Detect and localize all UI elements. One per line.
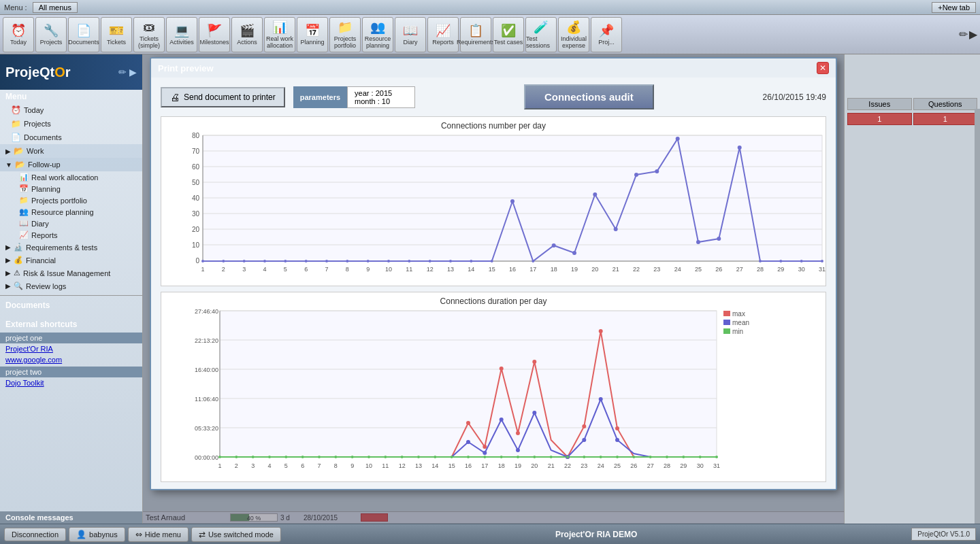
- toolbar-reports[interactable]: 📈 Reports: [427, 17, 459, 52]
- toolbar-milestones[interactable]: 🚩 Milestones: [199, 17, 230, 52]
- sidebar-item-reports[interactable]: 📈 Reports: [0, 229, 142, 241]
- toolbar-testcases[interactable]: ✅ Test cases: [493, 17, 524, 52]
- sidebar-item-real-work[interactable]: 📊 Real work allocation: [0, 171, 142, 183]
- toolbar-today[interactable]: ⏰ Today: [3, 17, 34, 52]
- svg-point-26: [634, 173, 638, 177]
- svg-text:14: 14: [431, 462, 438, 469]
- toolbar-diary[interactable]: 📖 Diary: [395, 17, 426, 52]
- switched-mode-button[interactable]: ⇄ Use switched mode: [191, 527, 281, 542]
- sidebar-documents-label: Documents: [0, 299, 142, 312]
- toolbar-resource[interactable]: 👥 Resource planning: [362, 17, 393, 52]
- toolbar-actions[interactable]: 🎬 Actions: [231, 17, 263, 52]
- ext-link-dojo[interactable]: Dojo Toolkit: [0, 377, 142, 388]
- sidebar-item-documents[interactable]: 📄 Documents: [0, 131, 142, 144]
- ext-project-one: project one: [0, 333, 142, 343]
- chart-connections-number: Connections number per day: [161, 116, 826, 286]
- svg-text:14: 14: [468, 266, 474, 273]
- fin-icon: 💰: [14, 256, 23, 265]
- svg-point-24: [593, 192, 597, 197]
- svg-text:28: 28: [664, 462, 670, 469]
- svg-point-147: [632, 456, 635, 458]
- svg-point-23: [572, 251, 576, 255]
- svg-point-30: [717, 237, 721, 241]
- disconnect-button[interactable]: Disconnection: [4, 528, 66, 541]
- svg-point-113: [466, 440, 470, 444]
- svg-text:min: min: [732, 328, 743, 335]
- svg-point-115: [500, 418, 504, 422]
- followup-expand-icon: ▼: [5, 161, 12, 169]
- svg-text:1: 1: [218, 462, 221, 469]
- audit-title-button[interactable]: Connections audit: [524, 84, 654, 109]
- toolbar-scroll-icon[interactable]: ▶: [969, 28, 977, 41]
- toolbar-documents[interactable]: 📄 Documents: [68, 17, 99, 52]
- toolbar-expense[interactable]: 💰 Individual expense: [558, 17, 589, 52]
- sidebar-item-requirements[interactable]: ▶ 🔬 Requirements & tests: [0, 241, 142, 254]
- svg-point-121: [615, 438, 619, 442]
- sidebar-item-risk[interactable]: ▶ ⚠ Risk & Issue Management: [0, 267, 142, 279]
- svg-text:17: 17: [481, 462, 488, 469]
- modal-close-button[interactable]: ✕: [817, 62, 829, 74]
- svg-point-105: [483, 445, 487, 449]
- svg-point-47: [532, 260, 534, 262]
- sidebar-item-projects[interactable]: 📁 Projects: [0, 117, 142, 131]
- modal-title: Print preview: [158, 63, 214, 73]
- svg-text:9: 9: [366, 266, 370, 273]
- send-to-printer-button[interactable]: 🖨 Send document to printer: [161, 87, 285, 107]
- svg-text:24: 24: [598, 462, 604, 469]
- right-scrollbar[interactable]: [975, 109, 980, 524]
- svg-text:28: 28: [757, 266, 764, 273]
- svg-point-141: [533, 456, 536, 458]
- svg-point-114: [483, 451, 487, 455]
- questions-badge: 1: [913, 113, 978, 125]
- svg-text:05:33:20: 05:33:20: [195, 425, 218, 432]
- logo: ProjeQtOr ✏ ▶: [0, 54, 142, 90]
- svg-point-124: [252, 456, 255, 458]
- toolbar-proj[interactable]: 📌 Proj...: [591, 17, 622, 52]
- chart1-svg: 80 70 60 50 40 30 20 10 0: [165, 132, 829, 282]
- svg-point-125: [268, 456, 271, 458]
- sidebar-item-financial[interactable]: ▶ 💰 Financial: [0, 254, 142, 267]
- sidebar-collapse-icon[interactable]: ▶: [129, 67, 137, 78]
- svg-text:00:00:00: 00:00:00: [195, 454, 218, 461]
- svg-text:8: 8: [334, 462, 338, 469]
- svg-point-135: [434, 456, 436, 458]
- svg-point-40: [367, 260, 370, 262]
- user-button[interactable]: 👤 babynus: [69, 527, 125, 542]
- svg-point-32: [201, 260, 204, 262]
- toolbar-edit-icon[interactable]: ✏: [959, 28, 968, 41]
- toolbar-requirements[interactable]: 📋 Requirements: [460, 17, 491, 52]
- sidebar-item-followup[interactable]: ▼ 📂 Follow-up: [0, 158, 142, 171]
- sidebar-item-diary[interactable]: 📖 Diary: [0, 218, 142, 229]
- sidebar-item-portfolio[interactable]: 📁 Projects portfolio: [0, 194, 142, 206]
- svg-text:70: 70: [192, 148, 200, 155]
- hide-menu-button[interactable]: ⇔ Hide menu: [128, 527, 189, 542]
- svg-point-119: [582, 438, 586, 442]
- toolbar-activities[interactable]: 💻 Activities: [166, 17, 197, 52]
- svg-point-42: [408, 260, 410, 262]
- toolbar-testsessions[interactable]: 🧪 Test sessions: [525, 17, 557, 52]
- svg-point-106: [500, 367, 504, 371]
- sidebar-item-today[interactable]: ⏰ Today: [0, 103, 142, 117]
- new-tab-button[interactable]: +New tab: [932, 2, 976, 13]
- sidebar-item-planning[interactable]: 📅 Planning: [0, 183, 142, 194]
- toolbar-tickets[interactable]: 🎫 Tickets: [101, 17, 132, 52]
- svg-text:21: 21: [612, 266, 619, 273]
- toolbar-projects[interactable]: 🔧 Projects: [35, 17, 67, 52]
- sidebar-edit-icon[interactable]: ✏: [118, 67, 127, 78]
- sidebar-item-review[interactable]: ▶ 🔍 Review logs: [0, 279, 142, 292]
- toolbar: ⏰ Today 🔧 Projects 📄 Documents 🎫 Tickets…: [0, 15, 980, 54]
- svg-point-134: [417, 456, 420, 458]
- toolbar-tickets-simple[interactable]: 🎟 Tickets (simple): [133, 17, 165, 52]
- toolbar-planning[interactable]: 📅 Planning: [297, 17, 328, 52]
- svg-text:20: 20: [192, 226, 200, 233]
- toolbar-real-work[interactable]: 📊 Real work allocation: [264, 17, 295, 52]
- svg-text:50: 50: [192, 179, 200, 186]
- sidebar-item-work[interactable]: ▶ 📂 Work: [0, 144, 142, 158]
- svg-point-131: [368, 456, 370, 458]
- ext-link-projector[interactable]: Project'Or RIA: [0, 343, 142, 354]
- ext-link-google[interactable]: www.google.com: [0, 354, 142, 365]
- svg-text:17: 17: [529, 266, 536, 273]
- sidebar-item-resource[interactable]: 👥 Resource planning: [0, 206, 142, 218]
- toolbar-portfolio[interactable]: 📁 Projects portfolio: [329, 17, 361, 52]
- all-menus-button[interactable]: All menus: [33, 2, 78, 13]
